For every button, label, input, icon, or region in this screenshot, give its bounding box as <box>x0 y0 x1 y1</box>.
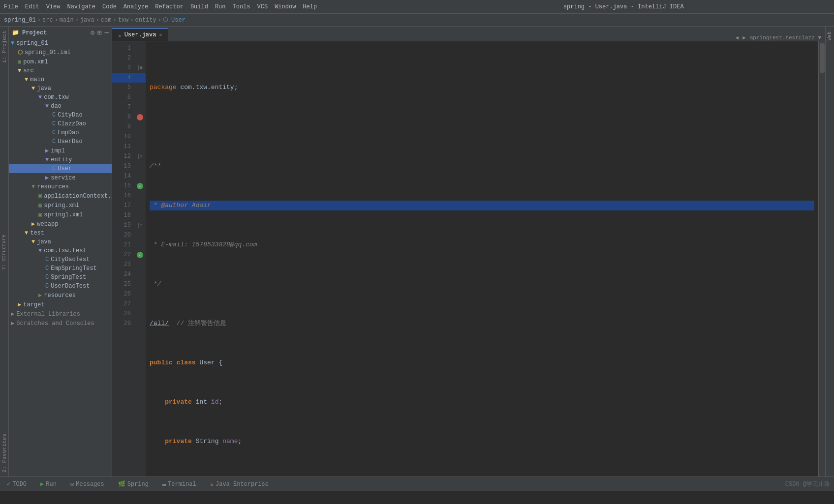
menu-code[interactable]: Code <box>102 3 117 10</box>
package-icon: ▼ <box>38 94 42 101</box>
tab-spring[interactable]: 🌿 Spring <box>115 477 152 491</box>
breadcrumb-entity[interactable]: entity <box>135 17 156 24</box>
tab-close-button[interactable]: ✕ <box>159 32 162 38</box>
tree-empspringtest[interactable]: C EmpSpringTest <box>9 264 112 273</box>
tree-clazzdao[interactable]: C ClazzDao <box>9 119 112 128</box>
code-content[interactable]: package com.txw.entity; /** * @author Ad… <box>146 41 818 476</box>
tree-test[interactable]: ▼ test <box>9 229 112 237</box>
watermark: CSDN @学无止路 <box>785 480 830 488</box>
tree-dao[interactable]: ▼ dao <box>9 102 112 111</box>
xml-icon: ▣ <box>18 58 21 65</box>
menu-analyze[interactable]: Analyze <box>124 3 148 10</box>
menu-refactor[interactable]: Refactor <box>155 3 184 10</box>
tree-com-txw-test[interactable]: ▼ com.txw.test <box>9 246 112 255</box>
tree-entity[interactable]: ▼ entity <box>9 155 112 164</box>
tab-todo[interactable]: ✓ TODO <box>4 477 30 491</box>
tree-spring-xml[interactable]: ▣ spring.xml <box>9 201 112 210</box>
tree-java-test[interactable]: ▼ java <box>9 237 112 246</box>
tree-scratches[interactable]: ▶ Scratches and Consoles <box>9 319 112 328</box>
breadcrumb-src[interactable]: src <box>42 17 53 24</box>
code-editor[interactable]: 1 2 3 4 5 6 7 8 9 10 11 12 13 14 15 16 1 <box>112 41 825 476</box>
menu-view[interactable]: View <box>46 3 61 10</box>
tree-java[interactable]: ▼ java <box>9 84 112 93</box>
tree-citydaotest[interactable]: C CityDaoTest <box>9 255 112 264</box>
linenum-2: 2 <box>112 53 134 63</box>
tree-spring1-xml[interactable]: ▣ spring1.xml <box>9 210 112 219</box>
tree-target[interactable]: ▶ target <box>9 300 112 309</box>
tab-java-enterprise[interactable]: ☕ Java Enterprise <box>207 477 272 491</box>
tree-service[interactable]: ▶ service <box>9 173 112 182</box>
tree-pom[interactable]: ▣ pom.xml <box>9 57 112 66</box>
breadcrumb-main[interactable]: main <box>60 17 74 24</box>
tree-userdaotest[interactable]: C UserDaoTest <box>9 282 112 291</box>
code-line-5: * E-mail: 1578533828@qq.com <box>150 240 814 250</box>
tree-spring01[interactable]: ▼ spring_01 <box>9 39 112 48</box>
gutter-7 <box>134 102 146 112</box>
gutter-3: |≡ <box>134 63 146 73</box>
breadcrumb-com[interactable]: com <box>101 17 112 24</box>
tab-messages[interactable]: ✉ Messages <box>67 477 107 491</box>
tree-main[interactable]: ▼ main <box>9 75 112 84</box>
editor-tabs: ☕ User.java ✕ ◀ ▶ SpringTest.testClazz ▼ <box>112 27 825 41</box>
tree-external-libs[interactable]: ▶ External Libraries <box>9 309 112 319</box>
tab-terminal[interactable]: ▬ Terminal <box>159 477 199 491</box>
left-panel: 1: Project 2: Favorites 📁 Project ⚙ ⊞ — … <box>0 27 112 476</box>
tab-web[interactable]: Web <box>826 29 834 43</box>
gutter-8[interactable] <box>134 112 146 122</box>
menu-navigate[interactable]: Navigate <box>67 3 95 10</box>
tree-webapp[interactable]: ▶ webapp <box>9 219 112 229</box>
tree-appcontext[interactable]: ▣ applicationContext.xml <box>9 191 112 201</box>
breadcrumb-java[interactable]: java <box>80 17 94 24</box>
breadcrumb-user[interactable]: ⬡ User <box>163 16 185 24</box>
gutter-15[interactable]: ✓ <box>134 181 146 191</box>
titlebar: File Edit View Navigate Code Analyze Ref… <box>0 0 834 14</box>
tree-user[interactable]: C User <box>9 164 112 173</box>
breadcrumb-txw[interactable]: txw <box>118 17 129 24</box>
menu-run[interactable]: Run <box>215 3 226 10</box>
tree-springtest[interactable]: C SpringTest <box>9 273 112 282</box>
tree-citydao[interactable]: C CityDao <box>9 111 112 119</box>
class-icon-empdao: C <box>52 129 56 136</box>
tab-structure[interactable]: 7: Structure <box>0 231 8 272</box>
gutter-14 <box>134 171 146 181</box>
gutter-21 <box>134 240 146 250</box>
tab-user-java[interactable]: ☕ User.java ✕ <box>112 28 168 41</box>
gutter-24 <box>134 269 146 279</box>
gutter-22[interactable]: ✓ <box>134 250 146 260</box>
tree-userdao[interactable]: C UserDao <box>9 137 112 146</box>
linenum-24: 24 <box>112 269 134 279</box>
tree-resources-test[interactable]: ▶ resources <box>9 291 112 300</box>
menu-file[interactable]: File <box>4 3 18 10</box>
terminal-label: Terminal <box>168 481 196 488</box>
fold-icon-19: |≡ <box>137 223 143 228</box>
tree-impl[interactable]: ▶ impl <box>9 146 112 155</box>
nav-springtest[interactable]: SpringTest.testClazz ▼ <box>750 35 821 41</box>
tree-spring01-iml[interactable]: ⬡ spring_01.iml <box>9 48 112 57</box>
tab-run[interactable]: ▶ Run <box>37 477 60 491</box>
folder-icon-restest: ▶ <box>38 292 42 299</box>
menu-build[interactable]: Build <box>190 3 208 10</box>
tree-empdao[interactable]: C EmpDao <box>9 128 112 137</box>
tab-favorites[interactable]: 2: Favorites <box>0 430 8 476</box>
folder-icon-main: ▼ <box>25 76 28 83</box>
tree-src[interactable]: ▼ src <box>9 66 112 75</box>
editor-scrollbar[interactable] <box>818 41 825 476</box>
tree-com-txw[interactable]: ▼ com.txw <box>9 93 112 102</box>
breadcrumb-spring01[interactable]: spring_01 <box>4 17 36 24</box>
project-header: 📁 Project ⚙ ⊞ — <box>9 27 112 39</box>
xml-icon-spring: ▣ <box>38 202 42 209</box>
layout-icon[interactable]: ⊞ <box>97 29 101 37</box>
menu-help[interactable]: Help <box>303 3 317 10</box>
minimize-icon[interactable]: — <box>105 29 109 37</box>
menu-window[interactable]: Window <box>275 3 296 10</box>
folder-icon-javatest: ▼ <box>31 238 35 245</box>
folder-icon-entity: ▼ <box>45 156 49 163</box>
menu-edit[interactable]: Edit <box>25 3 39 10</box>
nav-arrow-left[interactable]: ◀ <box>736 34 739 41</box>
settings-icon[interactable]: ⚙ <box>91 29 94 37</box>
menu-vcs[interactable]: VCS <box>257 3 268 10</box>
tree-resources[interactable]: ▼ resources <box>9 182 112 191</box>
tab-project[interactable]: 1: Project <box>0 27 8 67</box>
nav-arrow-right[interactable]: ▶ <box>742 34 746 41</box>
menu-tools[interactable]: Tools <box>233 3 250 10</box>
